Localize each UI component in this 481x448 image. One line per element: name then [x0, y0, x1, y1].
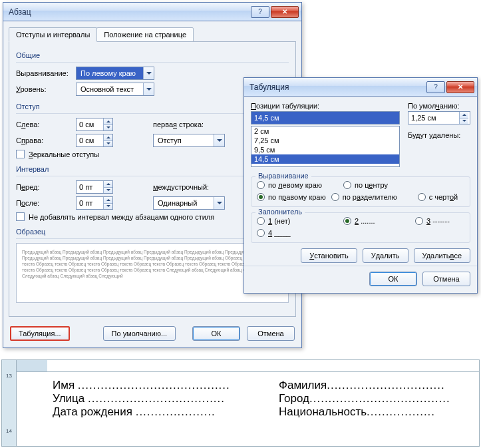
checkbox-icon [16, 150, 25, 158]
dialog-title: Абзац [9, 7, 249, 17]
down-icon[interactable] [104, 125, 112, 131]
list-item[interactable]: 7,25 см [251, 136, 399, 145]
button-row: Табуляция... По умолчанию... ОК Отмена [3, 322, 301, 347]
indent-left-spin[interactable]: 0 см [76, 118, 113, 131]
radio-align-bar[interactable]: с чертой [418, 193, 458, 201]
checkbox-icon [16, 212, 25, 221]
default-spin[interactable]: 1,25 см [408, 111, 470, 124]
level-label: Уровень: [16, 85, 76, 93]
help-button[interactable]: ? [426, 81, 445, 93]
tab-indents[interactable]: Отступы и интервалы [9, 27, 97, 42]
group-leader: Заполнитель 1 (нет) 2 ....... 3 ------- … [251, 212, 470, 243]
ok-button[interactable]: ОК [192, 326, 240, 341]
radio-leader-4[interactable]: 4 ____ [257, 229, 338, 237]
cancel-button[interactable]: Отмена [422, 272, 470, 286]
down-icon[interactable] [104, 188, 112, 194]
tabpos-input[interactable]: 14,5 см [251, 111, 400, 124]
up-icon[interactable] [104, 134, 112, 141]
titlebar: Табуляция ? ✕ [244, 78, 477, 97]
del-button[interactable]: Удалить [363, 248, 408, 263]
align-value: По левому краю [77, 69, 143, 77]
group-general-label: Общие [16, 51, 289, 59]
up-icon[interactable] [460, 112, 468, 118]
up-icon[interactable] [104, 181, 112, 188]
radio-leader-1[interactable]: 1 (нет) [257, 217, 338, 225]
titlebar: Абзац ? ✕ [3, 3, 301, 21]
radio-align-sep[interactable]: по разделителю [331, 193, 412, 201]
align-label: Выравнивание: [16, 69, 76, 77]
help-button[interactable]: ? [251, 6, 269, 18]
tab-row: Отступы и интервалы Положение на страниц… [3, 21, 301, 41]
tabpos-list[interactable]: 2 см 7,25 см 9,5 см 14,5 см [251, 126, 400, 167]
vertical-ruler: 13 14 [2, 360, 17, 446]
mirror-checkbox[interactable]: Зеркальные отступы [16, 150, 99, 158]
indent-right-label: Справа: [16, 136, 76, 144]
mirror-label: Зеркальные отступы [29, 150, 99, 158]
level-combo[interactable]: Основной текст [76, 83, 154, 96]
radio-align-left[interactable]: по левому краю [257, 181, 338, 189]
tab-position[interactable]: Положение на странице [96, 27, 194, 42]
radio-leader-3[interactable]: 3 ------- [415, 217, 450, 225]
set-button[interactable]: Установить [301, 248, 357, 263]
horizontal-ruler [17, 360, 479, 372]
nosame-checkbox[interactable]: Не добавлять интервал между абзацами одн… [16, 212, 214, 221]
tabpos-label: Позиции табуляции: [251, 102, 400, 110]
indent-right-spin[interactable]: 0 см [76, 134, 113, 147]
ok-button[interactable]: ОК [369, 272, 417, 286]
list-item[interactable]: 2 см [251, 126, 399, 136]
close-button[interactable]: ✕ [271, 6, 299, 18]
tabs-dialog: Табуляция ? ✕ Позиции табуляции: 14,5 см… [243, 77, 478, 294]
space-before-label: Перед: [16, 183, 76, 191]
nosame-label: Не добавлять интервал между абзацами одн… [29, 213, 214, 221]
default-label: По умолчанию: [408, 102, 470, 110]
firstline-combo[interactable]: Отступ [153, 134, 225, 147]
chevron-down-icon [143, 67, 154, 79]
close-button[interactable]: ✕ [446, 81, 474, 93]
document-area: 13 14 Имя ..............................… [1, 359, 480, 447]
up-icon[interactable] [104, 118, 112, 125]
chevron-down-icon [214, 197, 224, 209]
linespace-combo[interactable]: Одинарный [153, 196, 225, 210]
cancel-button[interactable]: Отмена [247, 326, 295, 341]
space-after-spin[interactable]: 0 пт [76, 196, 113, 210]
radio-align-right[interactable]: по правому краю [257, 193, 326, 201]
linespace-label: междустрочный: [153, 183, 226, 191]
chevron-down-icon [214, 134, 224, 146]
group-align: Выравнивание по левому краю по центру по… [251, 176, 470, 207]
down-icon[interactable] [104, 141, 112, 147]
indent-left-label: Слева: [16, 120, 76, 128]
space-after-label: После: [16, 199, 76, 207]
chevron-down-icon [143, 83, 154, 95]
delall-button[interactable]: Удалить все [414, 248, 470, 263]
list-item[interactable]: 14,5 см [251, 154, 399, 164]
list-item[interactable]: 9,5 см [251, 145, 399, 154]
radio-leader-2[interactable]: 2 ....... [343, 217, 410, 225]
align-legend: Выравнивание [255, 172, 311, 180]
default-button[interactable]: По умолчанию... [103, 326, 176, 341]
radio-align-center[interactable]: по центру [343, 181, 410, 189]
leader-legend: Заполнитель [255, 208, 305, 216]
dialog-title: Табуляция [249, 83, 425, 92]
tabs-button[interactable]: Табуляция... [10, 326, 70, 341]
level-value: Основной текст [77, 85, 143, 93]
page-content: Имя ....................................… [17, 372, 479, 446]
up-icon[interactable] [104, 197, 112, 204]
firstline-label: первая строка: [153, 120, 226, 128]
remove-label: Будут удалены: [408, 131, 470, 139]
down-icon[interactable] [460, 118, 468, 124]
down-icon[interactable] [104, 204, 112, 210]
align-combo[interactable]: По левому краю [76, 67, 154, 80]
space-before-spin[interactable]: 0 пт [76, 180, 113, 194]
